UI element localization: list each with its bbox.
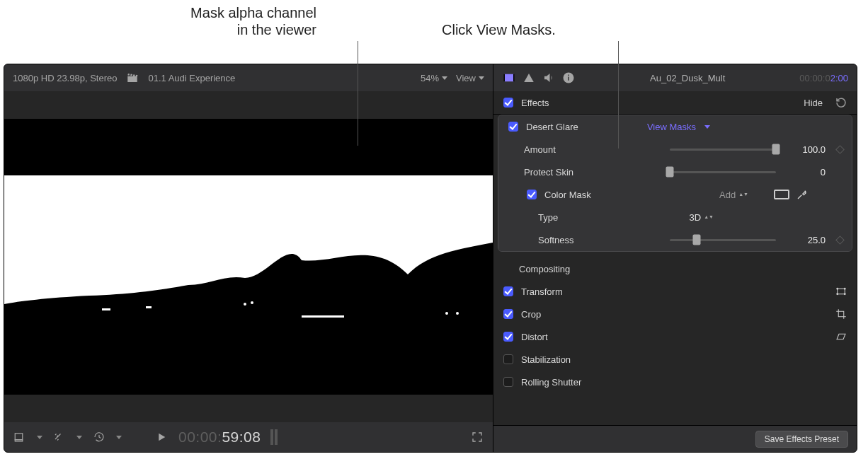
distort-onscreen-icon[interactable] xyxy=(834,330,848,344)
stabilization-toggle[interactable] xyxy=(503,354,513,364)
play-button[interactable] xyxy=(154,430,169,444)
type-menu[interactable]: 3D ▲▼ xyxy=(690,212,714,223)
svg-point-21 xyxy=(844,294,845,295)
keyframe-icon[interactable] xyxy=(835,145,845,154)
svg-point-7 xyxy=(456,312,459,315)
stepper-arrows-icon: ▲▼ xyxy=(704,215,714,219)
zoom-menu[interactable]: 54% xyxy=(421,73,447,83)
clip-tc-dim: 00:00:0 xyxy=(799,73,830,83)
section-compositing[interactable]: Compositing xyxy=(493,257,857,280)
softness-value[interactable]: 25.0 xyxy=(782,235,831,245)
timecode-display[interactable]: 00:00:59:08 xyxy=(178,429,261,446)
svg-rect-16 xyxy=(568,75,569,76)
section-label: Rolling Shutter xyxy=(521,377,581,388)
reset-icon[interactable] xyxy=(834,95,848,110)
section-rolling-shutter[interactable]: Rolling Shutter xyxy=(493,371,857,393)
viewer-toolbar: 1080p HD 23.98p, Stereo 01.1 Audi Experi… xyxy=(4,64,493,91)
protect-skin-value[interactable]: 0 xyxy=(782,167,831,178)
crop-onscreen-icon[interactable] xyxy=(834,307,848,321)
param-type: Type 3D ▲▼ xyxy=(498,206,852,228)
view-masks-label: View Masks xyxy=(647,122,696,132)
param-label: Type xyxy=(538,212,558,223)
app-window: 1080p HD 23.98p, Stereo 01.1 Audi Experi… xyxy=(4,64,857,453)
section-label: Distort xyxy=(521,332,548,342)
svg-point-2 xyxy=(251,301,253,304)
protect-skin-slider[interactable] xyxy=(670,166,776,178)
section-label: Crop xyxy=(521,309,541,320)
viewer-pane: 1080p HD 23.98p, Stereo 01.1 Audi Experi… xyxy=(4,64,493,452)
clip-name-label: Au_02_Dusk_Mult xyxy=(583,73,792,83)
chevron-down-icon xyxy=(479,76,484,80)
type-value: 3D xyxy=(690,212,702,223)
viewer-transport-bar: 00:00:59:08 xyxy=(4,422,493,452)
svg-rect-12 xyxy=(504,74,506,82)
mask-swatch-icon[interactable] xyxy=(774,190,789,199)
param-softness: Softness 25.0 xyxy=(498,228,852,251)
transform-toggle[interactable] xyxy=(503,286,513,296)
mask-alpha-image xyxy=(4,114,493,400)
retime-menu-icon[interactable] xyxy=(92,430,106,444)
save-effects-preset-button[interactable]: Save Effects Preset xyxy=(755,431,848,448)
chevron-down-icon xyxy=(37,436,42,439)
amount-slider[interactable] xyxy=(670,144,776,155)
timecode-dim: 00:00: xyxy=(178,429,222,446)
clapperboard-icon xyxy=(125,71,139,85)
svg-rect-3 xyxy=(302,315,344,318)
view-menu[interactable]: View xyxy=(456,73,484,83)
hide-effects-button[interactable]: Hide xyxy=(804,98,823,108)
section-distort[interactable]: Distort xyxy=(493,325,857,348)
inspector-footer: Save Effects Preset xyxy=(493,425,857,452)
section-crop[interactable]: Crop xyxy=(493,303,857,325)
section-transform[interactable]: Transform xyxy=(493,280,857,303)
effects-toggle[interactable] xyxy=(503,98,513,108)
effects-tool-icon[interactable] xyxy=(52,430,67,444)
color-mask-toggle[interactable] xyxy=(527,190,537,199)
section-label: Compositing xyxy=(519,264,570,274)
svg-rect-10 xyxy=(15,440,23,441)
video-inspector-tab[interactable] xyxy=(502,71,516,85)
transform-onscreen-icon[interactable] xyxy=(834,284,848,298)
svg-rect-15 xyxy=(568,77,569,81)
effect-header-row[interactable]: Desert Glare View Masks xyxy=(498,115,852,138)
crop-toggle[interactable] xyxy=(503,309,513,319)
effect-toggle[interactable] xyxy=(508,122,518,132)
svg-point-20 xyxy=(837,294,838,295)
project-title: 01.1 Audi Experience xyxy=(148,73,235,83)
chevron-down-icon xyxy=(116,436,122,439)
callout-text: Click View Masks. xyxy=(442,21,556,38)
keyframe-icon[interactable] xyxy=(835,236,845,245)
audio-inspector-tab[interactable] xyxy=(542,71,556,85)
add-mask-menu[interactable]: Add ▲▼ xyxy=(719,190,748,200)
chevron-down-icon xyxy=(442,76,447,80)
effects-section-header: Effects Hide xyxy=(493,91,857,115)
clip-tc-bright: 2:00 xyxy=(830,73,848,83)
section-stabilization[interactable]: Stabilization xyxy=(493,348,857,371)
softness-slider[interactable] xyxy=(670,234,776,245)
distort-toggle[interactable] xyxy=(503,332,513,342)
inspector-panel: Effects Hide Desert Glare View Masks xyxy=(493,91,857,425)
svg-rect-13 xyxy=(513,74,515,82)
param-label: Protect Skin xyxy=(524,167,573,178)
stepper-arrows-icon: ▲▼ xyxy=(738,192,748,197)
format-label: 1080p HD 23.98p, Stereo xyxy=(13,73,117,83)
color-inspector-tab[interactable] xyxy=(522,71,536,85)
svg-point-19 xyxy=(844,288,845,289)
chevron-down-icon xyxy=(704,125,710,129)
layout-menu-icon[interactable] xyxy=(13,430,27,444)
svg-rect-17 xyxy=(838,289,845,294)
section-label: Stabilization xyxy=(521,354,571,365)
inspector-pane: Au_02_Dusk_Mult 00:00:02:00 Effects Hide… xyxy=(493,64,857,452)
callout-view-masks: Click View Masks. xyxy=(442,21,556,38)
svg-rect-11 xyxy=(504,74,514,82)
eyedropper-icon[interactable] xyxy=(795,187,809,202)
chevron-down-icon xyxy=(76,436,82,439)
info-inspector-tab[interactable] xyxy=(561,71,576,85)
view-masks-menu[interactable]: View Masks xyxy=(647,122,710,132)
effect-name: Desert Glare xyxy=(526,122,578,132)
amount-value[interactable]: 100.0 xyxy=(782,144,831,155)
effects-label: Effects xyxy=(521,98,549,108)
fullscreen-icon[interactable] xyxy=(470,430,484,444)
param-amount: Amount 100.0 xyxy=(498,138,852,161)
rolling-shutter-toggle[interactable] xyxy=(503,377,513,387)
viewer-canvas[interactable] xyxy=(4,91,493,422)
